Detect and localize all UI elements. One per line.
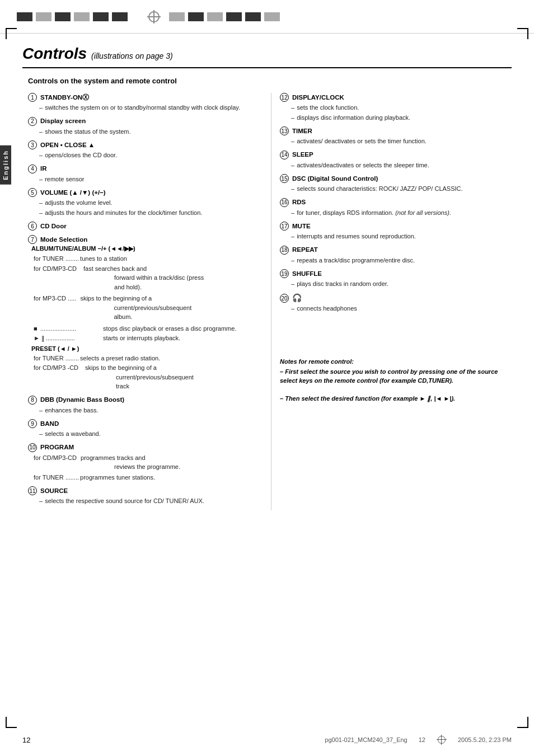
item-13: 13 TIMER –activates/ deactivates or sets… — [280, 126, 512, 146]
page-number: 12 — [22, 736, 30, 744]
item-label-19: SHUFFLE — [292, 270, 322, 277]
item-label-7: Mode Selection — [40, 236, 87, 243]
item-num-7: 7 — [28, 235, 37, 244]
item-17: 17 MUTE –interrupts and resumes sound re… — [280, 222, 512, 241]
item-7: 7 Mode Selection ALBUM/TUNE/ALBUM −/+ (◄… — [28, 235, 260, 391]
corner-br — [517, 717, 528, 728]
item-num-16: 16 — [280, 198, 289, 207]
item-label-13: TIMER — [292, 128, 312, 134]
right-column: 12 DISPLAY/CLOCK –sets the clock functio… — [271, 93, 512, 510]
item-2: 2 Display screen –shows the status of th… — [28, 117, 260, 137]
item-label-18: REPEAT — [292, 246, 318, 253]
block-2 — [36, 12, 51, 21]
item-20: 20 🎧 –connects headphones — [280, 293, 512, 313]
footer-date: 2005.5.20, 2:23 PM — [458, 736, 512, 743]
block-3 — [55, 12, 71, 21]
item-num-17: 17 — [280, 222, 289, 231]
notes-title: Notes for remote control: — [280, 358, 512, 365]
item-8: 8 DBB (Dynamic Bass Boost) –enhances the… — [28, 396, 260, 415]
top-bar-left-blocks — [17, 12, 128, 21]
item-label-17: MUTE — [292, 223, 311, 229]
crosshair-bottom-icon — [437, 735, 447, 745]
item-num-18: 18 — [280, 246, 289, 255]
top-bar — [0, 0, 534, 34]
item-19: 19 SHUFFLE –plays disc tracks in random … — [280, 269, 512, 289]
item-15: 15 DSC (Digital Sound Control) –selects … — [280, 174, 512, 194]
item-num-15: 15 — [280, 174, 289, 183]
item-label-12: DISPLAY/CLOCK — [292, 94, 344, 101]
footer-page: 12 — [419, 736, 425, 743]
main-content: English Controls (illustrations on page … — [0, 34, 534, 522]
footer-file: pg001-021_MCM240_37_Eng — [325, 736, 407, 743]
block-4 — [74, 12, 90, 21]
headphone-icon: 🎧 — [292, 293, 302, 302]
item-label-2: Display screen — [40, 118, 86, 124]
item-label-3: OPEN • CLOSE ▲ — [40, 142, 95, 148]
item-label-15: DSC (Digital Sound Control) — [292, 175, 378, 182]
block-r5 — [245, 12, 261, 21]
block-r6 — [264, 12, 280, 21]
notes-section: Notes for remote control: – First select… — [280, 358, 512, 403]
bottom-bar: 12 pg001-021_MCM240_37_Eng 12 2005.5.20,… — [0, 735, 534, 745]
title-sub: (illustrations on page 3) — [91, 51, 173, 60]
item-label-4: IR — [40, 165, 47, 172]
item-11: 11 SOURCE –selects the respective sound … — [28, 486, 260, 506]
item-label-5: VOLUME (▲ /▼) (+/−) — [40, 189, 106, 196]
item-3: 3 OPEN • CLOSE ▲ –opens/closes the CD do… — [28, 140, 260, 160]
item-num-14: 14 — [280, 151, 289, 159]
item-num-1: 1 — [28, 93, 37, 102]
item-num-13: 13 — [280, 126, 289, 135]
item-5: 5 VOLUME (▲ /▼) (+/−) –adjusts the volum… — [28, 188, 260, 217]
item-label-14: SLEEP — [292, 151, 313, 158]
item-16: 16 RDS –for tuner, displays RDS informat… — [280, 198, 512, 218]
item-label-16: RDS — [292, 199, 306, 205]
bottom-center: pg001-021_MCM240_37_Eng 12 2005.5.20, 2:… — [325, 735, 512, 745]
title-main: Controls — [22, 45, 87, 63]
item-10: 10 PROGRAM for CD/MP3-CDprogrammes track… — [28, 443, 260, 482]
crosshair-icon — [147, 10, 161, 24]
item-num-9: 9 — [28, 419, 37, 428]
item-label-6: CD Door — [40, 223, 67, 229]
item-4: 4 IR –remote sensor — [28, 165, 260, 184]
item-num-5: 5 — [28, 188, 37, 197]
item-num-3: 3 — [28, 140, 37, 149]
note-line-1: – First select the source you wish to co… — [280, 367, 512, 386]
block-r4 — [226, 12, 242, 21]
two-columns: 1 STANDBY-ONⓍ –switches the system on or… — [22, 93, 512, 510]
item-14: 14 SLEEP –activates/deactivates or selec… — [280, 151, 512, 170]
item-12: 12 DISPLAY/CLOCK –sets the clock functio… — [280, 93, 512, 122]
item-18: 18 REPEAT –repeats a track/disc programm… — [280, 246, 512, 265]
language-tab: English — [0, 145, 11, 185]
block-r3 — [207, 12, 223, 21]
section-heading: Controls on the system and remote contro… — [28, 76, 512, 86]
block-5 — [93, 12, 109, 21]
item-9: 9 BAND –selects a waveband. — [28, 419, 260, 439]
item-label-11: SOURCE — [40, 487, 68, 494]
item-num-10: 10 — [28, 443, 37, 452]
block-6 — [112, 12, 128, 21]
block-r1 — [169, 12, 185, 21]
corner-bl — [6, 717, 17, 728]
item-label-9: BAND — [40, 420, 59, 427]
item-num-20: 20 — [280, 294, 289, 303]
item-label-1: STANDBY-ONⓍ — [40, 93, 89, 102]
item-num-19: 19 — [280, 269, 289, 278]
page-title: Controls (illustrations on page 3) — [22, 45, 512, 63]
item-num-11: 11 — [28, 486, 37, 495]
item-1: 1 STANDBY-ONⓍ –switches the system on or… — [28, 93, 260, 112]
item-6: 6 CD Door — [28, 222, 260, 231]
block-r2 — [188, 12, 204, 21]
item-num-4: 4 — [28, 165, 37, 173]
item-num-6: 6 — [28, 222, 37, 231]
top-bar-right-blocks — [169, 12, 280, 21]
item-num-2: 2 — [28, 117, 37, 126]
note-line-2: – Then select the desired function (for … — [280, 394, 512, 403]
item-num-12: 12 — [280, 93, 289, 102]
item-label-10: PROGRAM — [40, 444, 74, 450]
item-num-8: 8 — [28, 396, 37, 405]
left-column: 1 STANDBY-ONⓍ –switches the system on or… — [22, 93, 260, 510]
item-label-8: DBB (Dynamic Bass Boost) — [40, 396, 124, 403]
block-1 — [17, 12, 32, 21]
